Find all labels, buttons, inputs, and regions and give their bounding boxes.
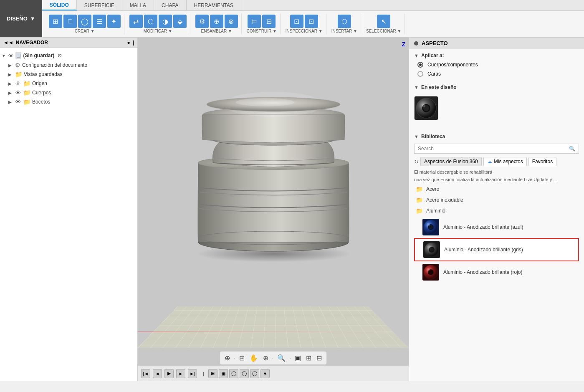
search-icon[interactable]: 🔍 bbox=[569, 146, 575, 152]
lib-tab-favoritos[interactable]: Favoritos bbox=[528, 157, 556, 166]
radio-cuerpos-input[interactable] bbox=[417, 62, 423, 68]
toolbar-icon[interactable]: ⇄ bbox=[129, 15, 143, 28]
toolbar-group-label[interactable]: CONSTRUIR ▼ bbox=[247, 29, 277, 33]
timeline-play-btn[interactable]: ▶ bbox=[164, 369, 174, 378]
toolbar-group-label[interactable]: CREAR ▼ bbox=[75, 29, 95, 33]
design-section-header: ▼ En este diseño bbox=[409, 81, 584, 92]
mat-thumb-gris bbox=[423, 241, 440, 258]
lib-material-aluminio-rojo[interactable]: Aluminio - Anodizado brillante (rojo) bbox=[414, 261, 579, 283]
lib-tab-mis[interactable]: ☁ Mis aspectos bbox=[483, 157, 527, 166]
design-material-thumb[interactable] bbox=[414, 96, 438, 120]
timeline-filter-btn[interactable]: ▼ bbox=[260, 369, 270, 378]
search-input[interactable] bbox=[418, 146, 569, 152]
nav-folder-vistas-icon: 📁 bbox=[15, 71, 22, 78]
nav-item-bocetos[interactable]: ▶ 👁 📁 Bocetos bbox=[0, 97, 137, 106]
timeline-next-btn[interactable]: ► bbox=[176, 369, 185, 378]
library-list: 📁 Acero 📁 Acero inoxidable 📁 Aluminio bbox=[414, 184, 579, 283]
toolbar-icon[interactable]: ⊡ bbox=[290, 15, 303, 28]
toolbar-icon[interactable]: ◑ bbox=[159, 15, 172, 28]
nav-arrow-cuerpos: ▶ bbox=[8, 91, 13, 95]
nav-item-vistas[interactable]: ▶ 📁 Vistas guardadas bbox=[0, 70, 137, 79]
navigator-title: NAVEGADOR bbox=[16, 40, 48, 46]
design-arrow: ▼ bbox=[30, 15, 35, 22]
lib-material-aluminio-gris[interactable]: Aluminio - Anodizado brillante (gris) bbox=[414, 238, 579, 261]
design-label: DISEÑO bbox=[7, 15, 28, 22]
toolbar-icon[interactable]: ↖ bbox=[377, 15, 390, 28]
pan-icon[interactable]: ✋ bbox=[248, 353, 259, 363]
toolbar-icon[interactable]: ⊞ bbox=[49, 15, 62, 28]
viewport-bottom-toolbar: ⊕ · ⊞ ✋ ⊕ · 🔍 · ▣ ⊞ ⊟ bbox=[220, 352, 327, 364]
nav-arrow-root: ▼ bbox=[2, 53, 7, 58]
apply-section-label: Aplicar a: bbox=[421, 53, 444, 58]
zoom-icon[interactable]: 🔍 bbox=[276, 353, 287, 363]
toolbar-group-construir: ⊨⊟CONSTRUIR ▼ bbox=[243, 14, 281, 34]
toolbar-icon[interactable]: ⊟ bbox=[262, 15, 276, 28]
toolbar-icon[interactable]: ✦ bbox=[107, 15, 121, 28]
display-mode-icon[interactable]: ▣ bbox=[293, 353, 302, 363]
lib-folder-acero-inox[interactable]: 📁 Acero inoxidable bbox=[414, 195, 579, 205]
folder-aluminio-icon: 📁 bbox=[416, 207, 423, 214]
toolbar-icon[interactable]: ⊕ bbox=[210, 15, 223, 28]
orbit-icon[interactable]: ⊕ bbox=[262, 353, 270, 363]
tab-slido[interactable]: SÓLIDO bbox=[42, 0, 77, 10]
toolbar-icon[interactable]: □ bbox=[63, 15, 77, 28]
move-icon[interactable]: ⊕ bbox=[223, 353, 231, 363]
svg-point-14 bbox=[422, 104, 425, 107]
nav-settings-icon[interactable]: ● bbox=[127, 40, 130, 46]
library-tabs: ↻ Aspectos de Fusion 360 ☁ Mis aspectos … bbox=[414, 157, 579, 166]
library-refresh-icon[interactable]: ↻ bbox=[414, 159, 419, 165]
timeline-icon5[interactable]: ◯ bbox=[250, 369, 259, 378]
view-cube-icon[interactable]: ⊟ bbox=[315, 353, 323, 363]
timeline-icon2[interactable]: ▣ bbox=[219, 369, 228, 378]
lib-folder-aluminio-label: Aluminio bbox=[426, 208, 445, 214]
tab-chapa[interactable]: CHAPA bbox=[154, 0, 186, 10]
tab-superficie[interactable]: SUPERFICIE bbox=[77, 0, 122, 10]
toolbar-icon[interactable]: ☰ bbox=[93, 15, 106, 28]
lib-folder-aluminio[interactable]: 📁 Aluminio bbox=[414, 205, 579, 216]
right-panel: ASPECTO ▼ Aplicar a: Cuerpos/componentes… bbox=[409, 38, 584, 381]
timeline-icon4[interactable]: ◯ bbox=[240, 369, 249, 378]
toolbar-icon[interactable]: ⬙ bbox=[173, 15, 187, 28]
timeline-prev-btn[interactable]: ◄ bbox=[153, 369, 162, 378]
design-button[interactable]: DISEÑO ▼ bbox=[0, 0, 42, 37]
toolbar-icon[interactable]: ⬡ bbox=[144, 15, 157, 28]
tab-malla[interactable]: MALLA bbox=[122, 0, 154, 10]
radio-cuerpos[interactable]: Cuerpos/componentes bbox=[417, 62, 576, 68]
nav-arrow-origen: ▶ bbox=[8, 81, 13, 86]
fit-icon[interactable]: ⊞ bbox=[238, 353, 246, 363]
toolbar-group-label[interactable]: MODIFICAR ▼ bbox=[144, 29, 172, 33]
nav-item-root[interactable]: ▼ 👁 □ (Sin guardar) ⊙ bbox=[0, 51, 137, 61]
svg-point-9 bbox=[236, 98, 294, 106]
lib-material-aluminio-azul[interactable]: Aluminio - Anodizado brillante (azul) bbox=[414, 216, 579, 238]
nav-item-cuerpos[interactable]: ▶ 👁 📁 Cuerpos bbox=[0, 88, 137, 97]
toolbar-group-label[interactable]: INSPECCIONAR ▼ bbox=[286, 29, 323, 33]
radio-caras[interactable]: Caras bbox=[417, 71, 576, 77]
nav-item-origen[interactable]: ▶ 👁 📁 Origen bbox=[0, 79, 137, 88]
toolbar-group-label[interactable]: SELECCIONAR ▼ bbox=[366, 29, 401, 33]
toolbar-icon[interactable]: ◯ bbox=[78, 15, 91, 28]
nav-item-config[interactable]: ▶ ⚙ Configuración del documento bbox=[0, 61, 137, 70]
grid-icon[interactable]: ⊞ bbox=[305, 353, 313, 363]
lib-folder-acero[interactable]: 📁 Acero bbox=[414, 184, 579, 195]
toolbar-icon[interactable]: ⊡ bbox=[305, 15, 318, 28]
lib-folder-acero-label: Acero bbox=[426, 186, 439, 192]
mat-azul-label: Aluminio - Anodizado brillante (azul) bbox=[443, 224, 523, 230]
timeline-icon3[interactable]: ◯ bbox=[229, 369, 238, 378]
toolbar-group-label[interactable]: ENSAMBLAR ▼ bbox=[201, 29, 232, 33]
viewport[interactable]: Z ⊕ · ⊞ ✋ ⊕ · 🔍 · ▣ ⊞ ⊟ |◄ ◄ ▶ ► ► bbox=[138, 38, 409, 381]
timeline-end-btn[interactable]: ►| bbox=[188, 369, 197, 378]
timeline-start-btn[interactable]: |◄ bbox=[141, 369, 150, 378]
timeline-icon1[interactable]: ⊞ bbox=[208, 369, 217, 378]
radio-caras-input[interactable] bbox=[417, 71, 423, 77]
toolbar-groups: ⊞□◯☰✦CREAR ▼⇄⬡◑⬙MODIFICAR ▼⚙⊕⊗ENSAMBLAR … bbox=[42, 11, 584, 37]
tab-herramientas[interactable]: HERRAMIENTAS bbox=[187, 0, 241, 10]
toolbar-icon[interactable]: ⊨ bbox=[248, 15, 261, 28]
toolbar-icon[interactable]: ⊗ bbox=[225, 15, 238, 28]
lib-tab-fusion[interactable]: Aspectos de Fusion 360 bbox=[420, 157, 482, 166]
nav-item-cuerpos-label: Cuerpos bbox=[32, 90, 51, 96]
nav-expand-icon[interactable]: | bbox=[133, 40, 134, 46]
nav-collapse-icon[interactable]: ◄◄ bbox=[3, 40, 13, 46]
toolbar-icon[interactable]: ⚙ bbox=[195, 15, 209, 28]
toolbar-group-label[interactable]: INSERTAR ▼ bbox=[331, 29, 357, 33]
toolbar-icon[interactable]: ⬡ bbox=[338, 15, 351, 28]
